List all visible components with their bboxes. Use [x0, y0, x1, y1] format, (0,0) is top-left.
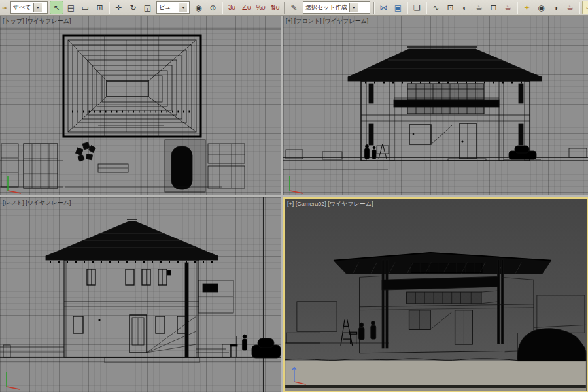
toolbar-separator	[517, 2, 518, 14]
viewport-front[interactable]: [+] [フロント] [ワイヤフレーム]	[283, 16, 588, 195]
curve-editor-button[interactable]: ∿	[429, 1, 443, 14]
angle-snap-button[interactable]: ∠∪	[239, 1, 253, 14]
reference-coordinate-system-dropdown[interactable]: ビュー ▾	[156, 1, 190, 14]
top-view-wireframe	[0, 16, 281, 195]
select-and-move-button[interactable]: ✛	[112, 1, 126, 14]
toolbar-separator	[284, 2, 285, 14]
reference-coordinate-system-value: ビュー	[159, 3, 177, 12]
clipped-toolbar-icon[interactable]: ≈	[1, 1, 9, 14]
chevron-down-icon[interactable]: ▾	[33, 3, 42, 12]
axis-tripod-top	[8, 176, 21, 193]
select-object-button[interactable]: ↖	[50, 1, 63, 14]
selection-filter-value: すべて	[13, 3, 31, 12]
layer-manager-button[interactable]: ❏	[410, 1, 424, 14]
camera-view-wireframe	[285, 199, 587, 391]
left-view-wireframe	[0, 197, 281, 392]
edit-named-selection-sets-button[interactable]: ✎	[287, 1, 301, 14]
align-button[interactable]: ▣	[391, 1, 405, 14]
toolbar-separator	[407, 2, 408, 14]
percent-snap-button[interactable]: %∪	[254, 1, 268, 14]
snap-toggle-3d-button[interactable]: 3∪	[225, 1, 239, 14]
front-view-wireframe	[283, 16, 588, 195]
viewport-top[interactable]: [トップ] [ワイヤフレーム]	[0, 16, 281, 195]
select-by-name-button[interactable]: ▤	[64, 1, 78, 14]
toolbar-separator	[373, 2, 375, 14]
vertical-splitter[interactable]	[281, 16, 283, 392]
select-and-scale-button[interactable]: ◲	[141, 1, 154, 14]
viewport-label-top[interactable]: [トップ] [ワイヤフレーム]	[3, 17, 71, 25]
axis-tripod-left	[7, 372, 20, 389]
spinner-snap-button[interactable]: ⇅∪	[268, 1, 282, 14]
teapot-red-icon[interactable]: ☕	[563, 1, 577, 14]
bulb-icon[interactable]: ✦	[520, 1, 534, 14]
chevron-down-icon[interactable]: ▾	[179, 3, 187, 12]
viewport-label-left[interactable]: [レフト] [ワイヤフレーム]	[3, 199, 71, 207]
axis-tripod-front	[290, 176, 303, 193]
select-and-rotate-button[interactable]: ↻	[126, 1, 140, 14]
viewport-label-camera[interactable]: [+] [Camera02] [ワイヤフレーム]	[287, 200, 373, 208]
camera-icon[interactable]: ◉	[534, 1, 548, 14]
shaded-sphere-icon[interactable]: ◑	[549, 1, 562, 14]
named-selection-sets-dropdown[interactable]: 選択セット作成 ▾	[303, 1, 370, 14]
viewport-camera[interactable]: [+] [Camera02] [ワイヤフレーム]	[283, 197, 588, 392]
named-selection-sets-value: 選択セット作成	[305, 3, 347, 12]
toolbar-separator	[109, 2, 110, 14]
viewport-area: [トップ] [ワイヤフレーム]	[0, 16, 588, 392]
mirror-button[interactable]: ⋈	[377, 1, 390, 14]
horizontal-splitter[interactable]	[0, 195, 588, 197]
rounded-rect-icon[interactable]: ▭	[582, 1, 588, 14]
render-production-button[interactable]: ☕	[501, 1, 515, 14]
material-editor-button[interactable]: ◐	[458, 1, 472, 14]
rectangular-selection-region-button[interactable]: ▭	[78, 1, 92, 14]
toolbar-separator	[579, 2, 580, 14]
rendered-frame-window-button[interactable]: ⊟	[487, 1, 500, 14]
window-crossing-toggle-button[interactable]: ⊞	[93, 1, 107, 14]
selection-filter-dropdown[interactable]: すべて ▾	[10, 1, 48, 14]
viewport-left[interactable]: [レフト] [ワイヤフレーム]	[0, 197, 281, 392]
toolbar-separator	[426, 2, 427, 14]
select-and-manipulate-button[interactable]: ⊕	[206, 1, 220, 14]
main-toolbar: ≈ すべて ▾ ↖ ▤ ▭ ⊞ ✛ ↻ ◲ ビュー ▾ ◉ ⊕ 3∪ ∠∪ %∪…	[0, 0, 588, 16]
render-setup-button[interactable]: ☕	[472, 1, 486, 14]
toolbar-separator	[222, 2, 223, 14]
chevron-down-icon[interactable]: ▾	[349, 3, 358, 12]
viewport-label-front[interactable]: [+] [フロント] [ワイヤフレーム]	[286, 17, 368, 25]
use-pivot-point-center-button[interactable]: ◉	[192, 1, 205, 14]
schematic-view-button[interactable]: ⊡	[443, 1, 457, 14]
